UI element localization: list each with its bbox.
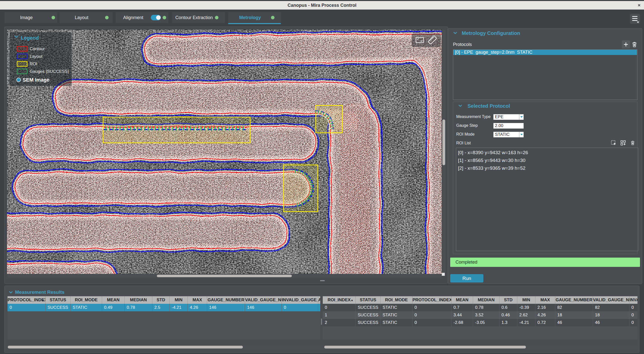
svg-text:Gauges [SUCCESS]: Gauges [SUCCESS]	[30, 69, 69, 74]
svg-text:ROI: ROI	[30, 62, 37, 66]
svg-text:Contour: Contour	[30, 46, 45, 51]
svg-text:Legend: Legend	[21, 35, 39, 41]
svg-text:Layout: Layout	[30, 54, 42, 59]
svg-text:SEM Image: SEM Image	[23, 77, 50, 83]
